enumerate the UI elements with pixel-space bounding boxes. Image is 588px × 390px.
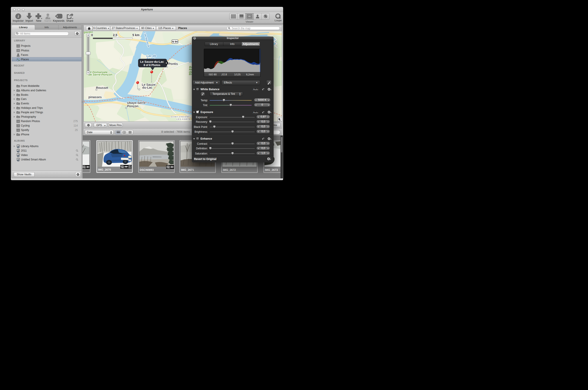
svg-text:du-Lac: du-Lac (142, 86, 152, 89)
svg-text:SAINT-VINCENT-: SAINT-VINCENT- (171, 115, 190, 118)
svg-text:Pontis: Pontis (168, 62, 178, 66)
svg-text:Ponçon: Ponçon (127, 104, 138, 108)
svg-text:+: + (87, 34, 89, 37)
svg-text:8 of 8 Photos: 8 of 8 Photos (143, 64, 160, 67)
svg-text:2,5: 2,5 (113, 33, 117, 37)
svg-text:5 km: 5 km (132, 33, 139, 37)
svg-text:N 94: N 94 (172, 40, 178, 43)
svg-text:pinasses: pinasses (89, 95, 102, 99)
svg-text:de Serre-Ponçon: de Serre-Ponçon (89, 73, 112, 76)
svg-text:Le Sauze-du-Lac: Le Sauze-du-Lac (140, 60, 164, 63)
svg-text:LES-FORTS: LES-FORTS (176, 118, 190, 120)
svg-text:0: 0 (91, 33, 93, 37)
svg-text:i: i (17, 14, 19, 19)
svg-text:Ubaye-Serre-: Ubaye-Serre- (127, 101, 146, 105)
svg-text:Rousset: Rousset (96, 86, 108, 90)
